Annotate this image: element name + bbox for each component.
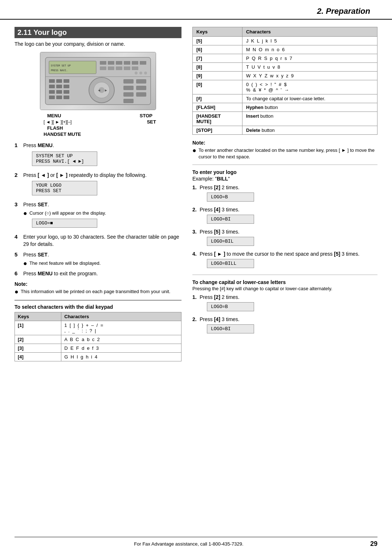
chars-1: 1 [ ] { } + – / =, . _ ` : ; ? | — [61, 321, 181, 335]
chars-0: 0 ( ) < > ! " # $% & ¥ * @ ^ ' → — [242, 80, 377, 94]
svg-rect-10 — [100, 66, 106, 70]
enter-lcd-3: LOGO=BIL — [207, 237, 254, 246]
note-1-box: Note: ● This information will be printed… — [15, 281, 181, 295]
svg-text:◄: ◄ — [97, 88, 101, 92]
svg-text:►: ► — [104, 88, 108, 92]
chars-hash: To change capital or lower-case letter. — [242, 94, 377, 103]
step-list: 1 Press MENU. SYSTEM SET UPPRESS NAVI.[ … — [15, 142, 181, 278]
change-case-steps: 1. Press [2] 2 times. LOGO=B 2. Press [4… — [192, 294, 377, 336]
change-case-text: Pressing the [#] key will change to capi… — [192, 286, 377, 291]
divider-2 — [192, 275, 377, 275]
label-set: SET — [147, 119, 156, 125]
chars-9: W X Y Z w x y z 9 — [242, 72, 377, 80]
fax-machine-svg: SYSTEM SET UP PRESS NAVI. — [44, 56, 152, 106]
change-step-2: 2. Press [4] 3 times. LOGO=BI — [192, 316, 377, 336]
svg-text:PRESS NAVI.: PRESS NAVI. — [51, 69, 68, 72]
svg-rect-14 — [132, 66, 138, 70]
svg-rect-9 — [140, 61, 146, 65]
key-7: [7] — [193, 54, 242, 63]
device-labels: MENU STOP [ ◄ ][ ► ][+][–] SET FLASH HAN… — [40, 113, 156, 137]
device-image: SYSTEM SET UP PRESS NAVI. — [40, 52, 156, 110]
svg-point-15 — [135, 72, 138, 74]
svg-rect-22 — [49, 85, 55, 88]
step-1: 1 Press MENU. SYSTEM SET UPPRESS NAVI.[ … — [15, 142, 181, 168]
right-header-chars: Characters — [242, 27, 377, 37]
enter-step-3: 3. Press [5] 3 times. LOGO=BIL — [192, 229, 377, 248]
svg-rect-23 — [56, 85, 62, 88]
table-row: [1] 1 [ ] { } + – / =, . _ ` : ; ? | — [15, 321, 181, 335]
right-note-label: Note: — [192, 140, 205, 146]
svg-rect-20 — [56, 79, 62, 83]
step-6: 6 Press MENU to exit the program. — [15, 270, 181, 278]
section-title-bar: 2.11 Your logo — [15, 27, 181, 38]
key-3: [3] — [15, 344, 61, 352]
svg-rect-13 — [124, 66, 130, 70]
step-3-bullet: ● Cursor (○) will appear on the display. — [23, 210, 181, 216]
table-row: [8] T U V t u v 8 — [193, 63, 377, 72]
note-1-text: ● This information will be printed on ea… — [15, 288, 181, 295]
table-row: [0] 0 ( ) < > ! " # $% & ¥ * @ ^ ' → — [193, 80, 377, 94]
table-row: [3] D E F d e f 3 — [15, 344, 181, 352]
enter-logo-section: To enter your logo Example: "BILL" 1. Pr… — [192, 169, 377, 270]
svg-rect-5 — [108, 61, 114, 65]
chars-4: G H I g h i 4 — [61, 352, 181, 361]
svg-rect-8 — [132, 61, 138, 65]
step-3-key: SET — [38, 202, 48, 207]
svg-rect-29 — [56, 96, 62, 99]
svg-rect-39 — [136, 86, 146, 90]
chars-2: A B C a b c 2 — [61, 335, 181, 344]
table-row: [9] W X Y Z w x y z 9 — [193, 72, 377, 80]
step-1-key: MENU — [38, 142, 53, 148]
svg-rect-41 — [136, 92, 146, 97]
key-flash: [FLASH] — [193, 103, 242, 112]
step-3-content: Press SET. ● Cursor (○) will appear on t… — [23, 201, 181, 230]
enter-step-4: 4. Press [ ► ] to move the cursor to the… — [192, 251, 377, 270]
section-subtitle: The logo can be your company, division o… — [15, 41, 181, 47]
table-row: [6] M N O m n o 6 — [193, 45, 377, 54]
step-1-lcd: SYSTEM SET UPPRESS NAVI.[ ◄ ►] — [32, 151, 97, 166]
table-row: [HANDSETMUTE] Insert button — [193, 112, 377, 126]
chars-3: D E F d e f 3 — [61, 344, 181, 352]
key-hash: [♯] — [193, 94, 242, 103]
svg-point-17 — [144, 72, 147, 74]
step-5: 5 Press SET. ● The next feature will be … — [15, 251, 181, 267]
enter-lcd-2: LOGO=BI — [207, 215, 254, 224]
table-row: [7] P Q R S p q r s 7 — [193, 54, 377, 63]
svg-rect-37 — [136, 79, 146, 84]
key-handset: [HANDSETMUTE] — [193, 112, 242, 126]
right-key-char-table: Keys Characters [5] J K L j k l 5 [6] M … — [192, 27, 377, 135]
svg-rect-11 — [108, 66, 114, 70]
char-table-title: To select characters with the dial keypa… — [15, 304, 181, 310]
table-row: [4] G H I g h i 4 — [15, 352, 181, 361]
section-title: 2.11 Your logo — [17, 28, 179, 37]
label-stop: STOP — [140, 113, 152, 118]
chars-5: J K L j k l 5 — [242, 37, 377, 45]
divider-1 — [192, 165, 377, 165]
chars-7: P Q R S p q r s 7 — [242, 54, 377, 63]
key-8: [8] — [193, 63, 242, 72]
step-2-key-right: [ ► ] — [56, 172, 68, 178]
enter-step-2: 2. Press [4] 3 times. LOGO=BI — [192, 207, 377, 226]
label-menu: MENU — [47, 113, 61, 118]
key-6: [6] — [193, 45, 242, 54]
page-header: 2. Preparation — [0, 0, 392, 20]
label-row-3: FLASH — [40, 125, 156, 131]
key-2: [2] — [15, 335, 61, 344]
step-4-num: 4 — [15, 234, 20, 240]
label-row-1: MENU STOP — [40, 113, 156, 118]
svg-text:SYSTEM SET UP: SYSTEM SET UP — [51, 64, 71, 67]
table-row: [2] A B C a b c 2 — [15, 335, 181, 344]
chars-flash: Hyphen button — [242, 103, 377, 112]
svg-rect-42 — [123, 99, 134, 103]
svg-rect-4 — [100, 61, 106, 65]
key-9: [9] — [193, 72, 242, 80]
right-header-keys: Keys — [193, 27, 242, 37]
change-lcd-1: LOGO=B — [207, 302, 254, 311]
step-2-lcd: YOUR LOGOPRESS SET — [32, 181, 97, 195]
enter-lcd-1: LOGO=B — [207, 193, 254, 202]
enter-step-1: 1. Press [2] 2 times. LOGO=B — [192, 185, 377, 204]
char-table: Keys Characters [1] 1 [ ] { } + – / =, .… — [15, 312, 181, 361]
label-flash: FLASH — [47, 125, 63, 131]
right-column: Keys Characters [5] J K L j k l 5 [6] M … — [192, 20, 377, 361]
change-case-section: To change capital or lower-case letters … — [192, 279, 377, 336]
